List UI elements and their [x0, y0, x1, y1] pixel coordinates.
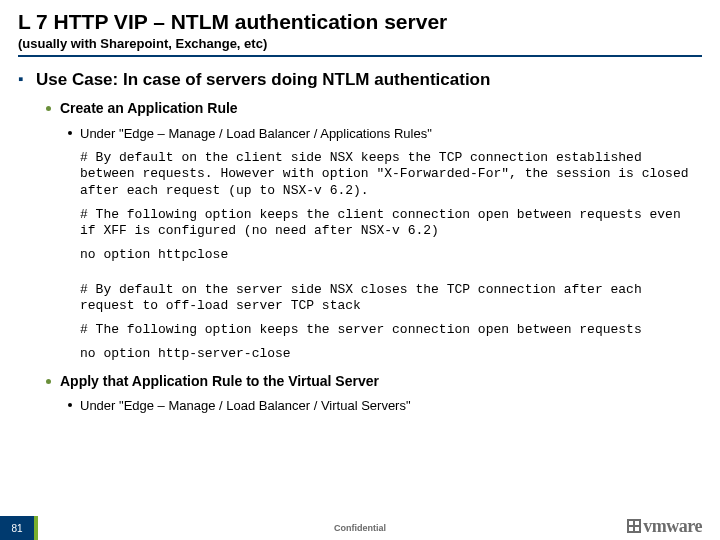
code-client-comment-2: # The following option keeps the client …	[80, 207, 692, 240]
bullet-use-case: Use Case: In case of servers doing NTLM …	[18, 69, 702, 90]
bullet-under-app-rules: Under "Edge – Manage / Load Balancer / A…	[68, 126, 702, 142]
slide-body: Use Case: In case of servers doing NTLM …	[18, 57, 702, 414]
vmware-logo: vmware	[627, 516, 702, 537]
code-no-http-server-close: no option http-server-close	[80, 346, 692, 362]
code-no-httpclose: no option httpclose	[80, 247, 692, 263]
confidential-label: Confidential	[0, 523, 720, 533]
slide-title: L7 HTTP VIP – NTLM authentication server	[18, 10, 702, 36]
logo-text: vmware	[643, 516, 702, 536]
title-part-a: L	[18, 10, 31, 33]
code-client-comment-1: # By default on the client side NSX keep…	[80, 150, 692, 199]
code-server-comment-1: # By default on the server side NSX clos…	[80, 282, 692, 315]
logo-icon	[627, 519, 641, 533]
footer: 81 Confidential vmware	[0, 510, 720, 540]
bullet-create-rule: Create an Application Rule	[46, 100, 702, 118]
slide: L7 HTTP VIP – NTLM authentication server…	[0, 0, 720, 540]
title-part-b: 7 HTTP VIP – NTLM authentication server	[36, 10, 447, 33]
bullet-under-virtual-servers: Under "Edge – Manage / Load Balancer / V…	[68, 398, 702, 414]
code-server-comment-2: # The following option keeps the server …	[80, 322, 692, 338]
slide-subtitle: (usually with Sharepoint, Exchange, etc)	[18, 36, 702, 57]
bullet-apply-rule: Apply that Application Rule to the Virtu…	[46, 373, 702, 391]
